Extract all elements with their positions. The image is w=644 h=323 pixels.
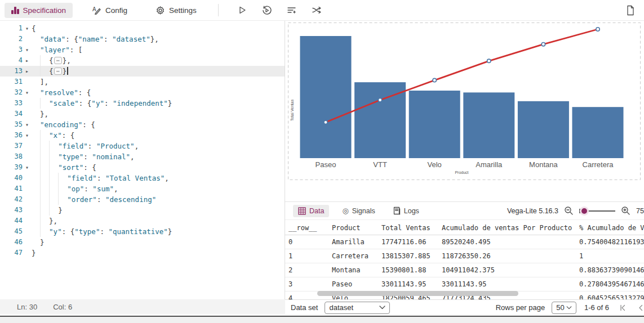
tab-signals[interactable]: ◎ Signals bbox=[337, 205, 380, 217]
editor-line[interactable]: 3▾ "layer": [ bbox=[0, 44, 285, 55]
tab-specification[interactable]: Specification bbox=[5, 3, 73, 18]
signals-icon: ◎ bbox=[342, 207, 348, 214]
fold-spacer bbox=[23, 109, 32, 119]
line-number: 4 bbox=[0, 55, 23, 66]
column-header: __row__ bbox=[285, 221, 328, 235]
editor-line[interactable]: 41 "op": "sum", bbox=[0, 183, 285, 194]
visualization-panel: Total VentasPaseoVTTVeloAmarillaMontanaC… bbox=[285, 21, 644, 315]
shuffle-button[interactable] bbox=[307, 3, 326, 17]
line-number: 2 bbox=[0, 34, 23, 44]
editor-line[interactable]: 33 "scale": {"y": "independent"} bbox=[0, 98, 285, 109]
slider-thumb[interactable] bbox=[581, 208, 587, 214]
editor-line[interactable]: 2 "data": {"name": "dataset"}, bbox=[0, 34, 285, 44]
line-number: 47 bbox=[0, 248, 23, 258]
export-document-button[interactable] bbox=[626, 5, 635, 16]
rows-per-page-label: Rows per page bbox=[496, 303, 545, 312]
table-horizontal-scrollbar[interactable] bbox=[317, 291, 518, 296]
spec-editor[interactable]: 1▾{2 "data": {"name": "dataset"},3▾ "lay… bbox=[0, 21, 285, 299]
editor-line[interactable]: 34 }, bbox=[0, 109, 285, 119]
editor-line[interactable]: 4▸ {⋯}, bbox=[0, 55, 285, 66]
table-cell: 33011143.95 bbox=[438, 277, 576, 291]
zoom-in-button[interactable] bbox=[621, 206, 630, 216]
line-number: 44 bbox=[0, 216, 23, 226]
dataset-select[interactable]: dataset bbox=[325, 302, 389, 314]
editor-line[interactable]: 42 "order": "descending" bbox=[0, 194, 285, 205]
tab-logs[interactable]: Logs bbox=[388, 204, 424, 217]
table-cell: Carretera bbox=[328, 249, 378, 263]
fold-spacer bbox=[23, 151, 32, 162]
fold-spacer bbox=[23, 248, 32, 258]
vega-lite-version: Vega-Lite 5.16.3 bbox=[507, 207, 558, 215]
table-cell: 0.8836373909014661 bbox=[576, 263, 644, 277]
first-page-button[interactable] bbox=[619, 304, 626, 311]
editor-line[interactable]: 39▾ "sort": { bbox=[0, 162, 285, 173]
line-number: 43 bbox=[0, 205, 23, 216]
code-text: "encoding": { bbox=[32, 119, 95, 130]
tab-data[interactable]: Data bbox=[293, 205, 329, 217]
code-text: ], bbox=[32, 77, 48, 87]
table-cell: 17747116.06 bbox=[378, 235, 438, 249]
line-number: 36 bbox=[0, 130, 23, 141]
editor-line[interactable]: 43 } bbox=[0, 205, 285, 216]
run-button[interactable] bbox=[233, 3, 252, 17]
editor-line[interactable]: 47} bbox=[0, 248, 285, 258]
editor-line[interactable]: 46 } bbox=[0, 237, 285, 248]
table-cell: 104911042.375 bbox=[438, 263, 576, 277]
fold-spacer bbox=[23, 183, 32, 194]
editor-line[interactable]: 36▾ "x": { bbox=[0, 130, 285, 141]
zoom-slider[interactable] bbox=[579, 207, 615, 215]
fold-toggle-icon[interactable]: ▾ bbox=[23, 162, 32, 173]
fold-toggle-icon[interactable]: ▾ bbox=[23, 119, 32, 130]
format-button[interactable] bbox=[282, 3, 301, 17]
tab-settings[interactable]: Settings bbox=[149, 2, 203, 19]
editor-line[interactable]: 31 ], bbox=[0, 77, 285, 87]
fold-toggle-icon[interactable]: ▾ bbox=[23, 44, 32, 55]
table-cell: 13815307.885 bbox=[378, 249, 438, 263]
line-number: 45 bbox=[0, 226, 23, 237]
collapsed-region[interactable]: ⋯ bbox=[54, 57, 62, 64]
editor-line[interactable]: 44 }, bbox=[0, 216, 285, 226]
fold-toggle-icon[interactable]: ▾ bbox=[23, 87, 32, 98]
table-cell: 0.6045256531327994 bbox=[576, 291, 644, 300]
line-number: 46 bbox=[0, 237, 23, 248]
fold-toggle-icon[interactable]: ▸ bbox=[23, 66, 32, 77]
editor-line[interactable]: 38 "type": "nominal", bbox=[0, 151, 285, 162]
fold-toggle-icon[interactable]: ▾ bbox=[23, 130, 32, 141]
code-text: }, bbox=[32, 109, 48, 119]
previous-page-button[interactable] bbox=[637, 304, 644, 311]
line-number: 32 bbox=[0, 87, 23, 98]
editor-line[interactable]: 37 "field": "Product", bbox=[0, 141, 285, 151]
editor-line[interactable]: 45 "y": {"type": "quantitative"} bbox=[0, 226, 285, 237]
top-toolbar: Specification A Config Settings bbox=[0, 0, 644, 21]
editor-line[interactable]: 35▾ "encoding": { bbox=[0, 119, 285, 130]
code-text: } bbox=[32, 205, 63, 216]
fold-toggle-icon[interactable]: ▾ bbox=[23, 23, 32, 34]
zoom-out-button[interactable] bbox=[564, 206, 574, 216]
editor-line[interactable]: 13▸ {⋯} bbox=[0, 66, 285, 77]
fold-spacer bbox=[23, 173, 32, 183]
config-pen-icon: A bbox=[92, 6, 101, 15]
editor-line[interactable]: 1▾{ bbox=[0, 23, 285, 34]
line-number: 35 bbox=[0, 119, 23, 130]
tab-config[interactable]: A Config bbox=[85, 2, 134, 19]
line-number: 42 bbox=[0, 194, 23, 205]
continuous-run-button[interactable] bbox=[257, 3, 277, 17]
column-header: Total Ventas bbox=[378, 221, 438, 235]
rows-per-page-select[interactable]: 50 bbox=[552, 302, 576, 314]
editor-line[interactable]: 40 "field": "Total Ventas", bbox=[0, 173, 285, 183]
fold-toggle-icon[interactable]: ▸ bbox=[23, 55, 32, 66]
tab-settings-label: Settings bbox=[169, 6, 197, 15]
code-text: "y": {"type": "quantitative"} bbox=[32, 226, 172, 237]
table-row: 0Amarilla17747116.0689520240.4950.754004… bbox=[285, 235, 644, 249]
editor-line[interactable]: 32▾ "resolve": { bbox=[0, 87, 285, 98]
tab-signals-label: Signals bbox=[352, 207, 375, 215]
line-number: 33 bbox=[0, 98, 23, 109]
collapsed-region[interactable]: ⋯ bbox=[54, 68, 62, 75]
code-text: "data": {"name": "dataset"}, bbox=[32, 34, 159, 44]
dataset-label: Data set bbox=[291, 303, 318, 312]
code-text: "field": "Total Ventas", bbox=[32, 173, 169, 183]
code-text: } bbox=[32, 248, 36, 258]
fold-spacer bbox=[23, 77, 32, 87]
fold-spacer bbox=[23, 98, 32, 109]
tab-data-label: Data bbox=[309, 207, 324, 215]
